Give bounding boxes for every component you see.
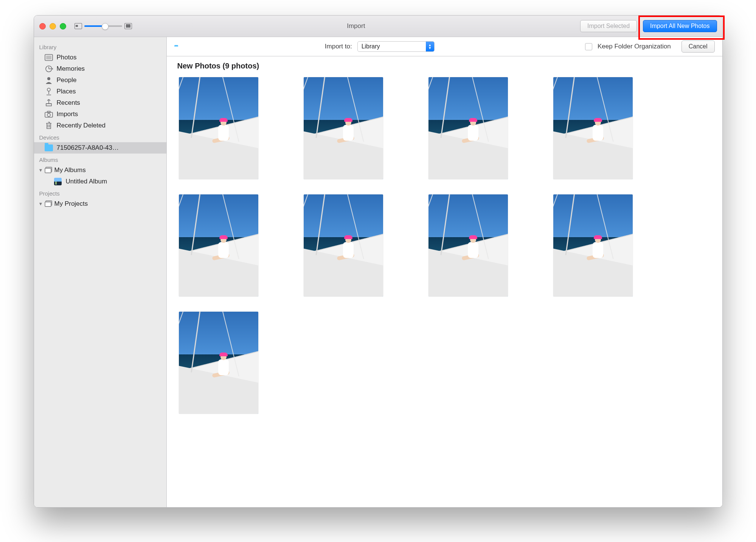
- sidebar-item-recents[interactable]: Recents: [34, 97, 166, 109]
- import-to-value: Library: [358, 42, 426, 51]
- photo-thumbnail[interactable]: [553, 77, 633, 179]
- places-icon: [45, 88, 53, 95]
- keep-folder-organization-checkbox[interactable]: [585, 43, 592, 50]
- import-all-new-photos-button[interactable]: Import All New Photos: [643, 20, 717, 32]
- sidebar-item-label: 71506257-A8A0-43…: [57, 144, 119, 152]
- sidebar-item-label: Imports: [57, 110, 78, 118]
- photo-thumbnail[interactable]: [179, 312, 258, 414]
- album-stack-icon: [45, 200, 53, 208]
- content-area: Import to: Library ▲▼ Keep Folder Organi…: [167, 37, 722, 507]
- sidebar-item-label: Memories: [57, 65, 85, 73]
- photo-grid: [176, 77, 713, 414]
- thumbnail-zoom-group: [75, 23, 132, 29]
- trash-icon: [45, 122, 53, 129]
- svg-rect-7: [47, 111, 50, 113]
- sidebar-item-my-projects[interactable]: ▼ My Projects: [34, 198, 166, 210]
- sidebar-header-albums: Albums: [34, 154, 166, 165]
- photo-thumbnail[interactable]: [179, 194, 258, 297]
- sidebar-item-people[interactable]: People: [34, 75, 166, 86]
- imports-icon: [45, 110, 53, 118]
- import-selected-button[interactable]: Import Selected: [580, 20, 637, 32]
- disclosure-triangle-icon[interactable]: ▼: [39, 168, 43, 173]
- import-options-bar: Import to: Library ▲▼ Keep Folder Organi…: [167, 37, 722, 56]
- sidebar-item-label: Recents: [57, 99, 80, 107]
- keep-folder-organization-label: Keep Folder Organization: [598, 43, 671, 50]
- photo-thumbnail[interactable]: [304, 77, 383, 179]
- sidebar-item-my-albums[interactable]: ▼ My Albums: [34, 165, 166, 176]
- sidebar-item-photos[interactable]: Photos: [34, 52, 166, 63]
- photo-thumbnail[interactable]: [304, 194, 383, 297]
- svg-point-4: [47, 88, 50, 91]
- section-title: New Photos (9 photos): [177, 62, 712, 70]
- select-stepper-icon: ▲▼: [426, 42, 434, 51]
- sidebar-item-label: My Projects: [54, 200, 88, 208]
- people-icon: [45, 76, 53, 84]
- window-title: Import: [347, 22, 365, 30]
- album-stack-icon: [45, 166, 53, 174]
- sidebar-item-label: Untitled Album: [66, 178, 107, 185]
- sidebar-item-label: My Albums: [54, 166, 86, 174]
- photo-thumbnail[interactable]: [179, 77, 258, 179]
- photo-thumbnail[interactable]: [428, 77, 508, 179]
- sidebar-header-library: Library: [34, 41, 166, 52]
- album-thumb-icon: [54, 178, 62, 185]
- zoom-window-button[interactable]: [60, 23, 66, 30]
- sidebar-item-label: Recently Deleted: [57, 122, 106, 129]
- svg-rect-5: [46, 104, 51, 106]
- sidebar-item-untitled-album[interactable]: Untitled Album: [34, 176, 166, 187]
- disclosure-triangle-icon[interactable]: ▼: [39, 201, 43, 207]
- sidebar-item-label: Places: [57, 88, 76, 95]
- import-to-label: Import to:: [325, 43, 352, 50]
- sidebar: Library Photos Memories: [34, 37, 167, 507]
- sidebar-item-device-folder[interactable]: 71506257-A8A0-43…: [34, 142, 166, 154]
- close-window-button[interactable]: [39, 23, 46, 30]
- app-window: Import Import Selected Import All New Ph…: [34, 15, 723, 508]
- sidebar-item-recently-deleted[interactable]: Recently Deleted: [34, 120, 166, 131]
- titlebar: Import Import Selected Import All New Ph…: [34, 16, 722, 37]
- sidebar-item-label: People: [57, 76, 77, 84]
- zoom-out-icon[interactable]: [75, 23, 82, 29]
- zoom-in-icon[interactable]: [124, 23, 132, 29]
- cancel-button[interactable]: Cancel: [681, 40, 715, 53]
- sidebar-item-label: Photos: [57, 54, 77, 61]
- sidebar-header-devices: Devices: [34, 131, 166, 142]
- sidebar-item-imports[interactable]: Imports: [34, 109, 166, 120]
- photo-thumbnail[interactable]: [553, 194, 633, 297]
- sidebar-header-projects: Projects: [34, 187, 166, 198]
- memories-icon: [45, 65, 53, 73]
- sidebar-item-memories[interactable]: Memories: [34, 63, 166, 75]
- svg-rect-12: [45, 202, 51, 207]
- svg-point-8: [47, 113, 50, 116]
- minimize-window-button[interactable]: [50, 23, 56, 30]
- recents-icon: [45, 99, 53, 107]
- folder-icon: [45, 144, 53, 152]
- photo-thumbnail[interactable]: [428, 194, 508, 297]
- svg-rect-10: [45, 168, 51, 173]
- import-to-select[interactable]: Library ▲▼: [357, 41, 435, 52]
- thumbnail-zoom-slider[interactable]: [84, 25, 122, 27]
- svg-rect-1: [46, 56, 51, 59]
- sidebar-item-places[interactable]: Places: [34, 86, 166, 97]
- svg-point-3: [47, 77, 50, 80]
- photos-icon: [45, 54, 53, 61]
- window-controls: [39, 23, 66, 30]
